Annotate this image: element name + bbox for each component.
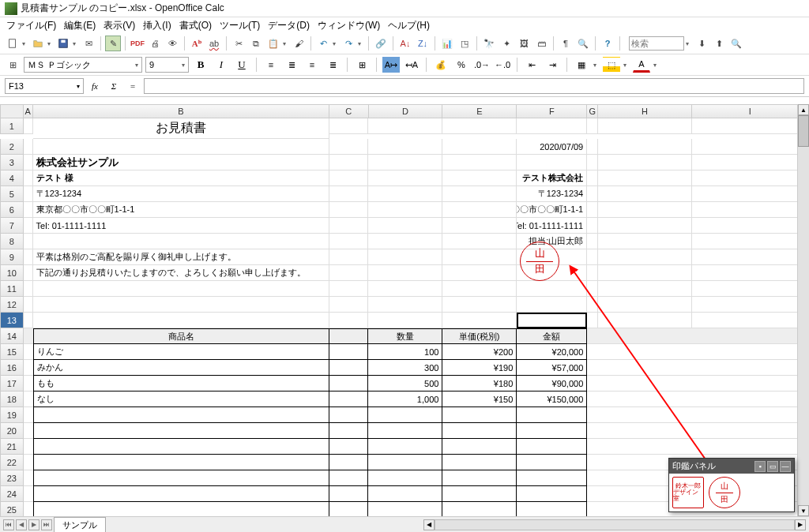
col-name-header[interactable]: 商品名: [33, 328, 329, 344]
font-size-combo[interactable]: 9▾: [145, 57, 189, 73]
remove-decimal-button[interactable]: ←.0: [494, 57, 511, 73]
stamp-panel-min-button[interactable]: ▭: [767, 461, 778, 472]
open-button[interactable]: [30, 36, 46, 51]
col-header-A[interactable]: A: [24, 104, 33, 118]
email-button[interactable]: ✉: [81, 36, 96, 51]
sum-button[interactable]: Σ: [106, 78, 122, 94]
spellcheck-button[interactable]: Aᵇ: [189, 36, 205, 51]
spreadsheet[interactable]: A B C D E F G H I 1 お見積書 2 2020/07/09: [0, 104, 809, 516]
formula-input[interactable]: [144, 78, 804, 94]
chart-button[interactable]: 📊: [439, 36, 455, 51]
undo-dropdown[interactable]: ▾: [333, 40, 339, 47]
hscroll-right[interactable]: ▶: [795, 519, 806, 530]
search-find-button[interactable]: 🔍: [728, 36, 744, 51]
percent-button[interactable]: %: [453, 57, 470, 73]
scroll-up-button[interactable]: ▲: [798, 104, 809, 115]
tab-nav-next[interactable]: ▶: [28, 519, 40, 530]
copy-button[interactable]: ⧉: [248, 36, 264, 51]
search-input[interactable]: [629, 36, 684, 51]
tab-nav-last[interactable]: ⏭: [41, 519, 52, 530]
borders-button[interactable]: ▦: [573, 57, 590, 73]
col-qty-header[interactable]: 数量: [368, 328, 442, 344]
cut-button[interactable]: ✂: [231, 36, 246, 51]
open-dropdown[interactable]: ▾: [47, 40, 54, 47]
col-header-I[interactable]: I: [692, 104, 809, 118]
greeting-2[interactable]: 下記の通りお見積りいたしますので、よろしくお願い申し上げます。: [33, 265, 329, 281]
row-header-selected[interactable]: 13: [0, 313, 24, 328]
vertical-scrollbar[interactable]: ▲ ▼: [797, 104, 809, 516]
pdf-button[interactable]: PDF: [130, 36, 145, 51]
italic-button[interactable]: I: [213, 57, 230, 73]
align-right-button[interactable]: ≡: [303, 57, 321, 73]
search-up-button[interactable]: ⬆: [711, 36, 727, 51]
new-button[interactable]: [5, 36, 21, 51]
cell-reference-box[interactable]: F13▾: [5, 78, 84, 94]
scroll-down-button[interactable]: ▼: [798, 505, 809, 516]
save-dropdown[interactable]: ▾: [73, 40, 79, 47]
active-cell[interactable]: [517, 313, 587, 328]
paste-button[interactable]: 📋: [265, 36, 281, 51]
menu-file[interactable]: ファイル(F): [6, 19, 56, 32]
tab-nav-first[interactable]: ⏮: [3, 519, 14, 530]
currency-button[interactable]: 💰: [432, 57, 450, 73]
col-header-G[interactable]: G: [587, 104, 598, 118]
add-decimal-button[interactable]: .0→: [473, 57, 491, 73]
help-button[interactable]: ?: [600, 36, 615, 51]
align-left-button[interactable]: ≡: [262, 57, 280, 73]
horizontal-scrollbar[interactable]: ◀ ▶: [423, 519, 806, 530]
styles-button[interactable]: ⊞: [5, 57, 21, 73]
sort-desc-button[interactable]: Z↓: [415, 36, 431, 51]
row-header[interactable]: 1: [0, 118, 24, 134]
print-button[interactable]: 🖨: [147, 36, 163, 51]
borders-dropdown[interactable]: ▾: [593, 62, 600, 69]
col-header-H[interactable]: H: [598, 104, 692, 118]
preview-button[interactable]: 👁: [164, 36, 180, 51]
tab-nav-prev[interactable]: ◀: [16, 519, 27, 530]
stamp-panel-close-button[interactable]: —: [780, 461, 791, 472]
scroll-thumb[interactable]: [798, 115, 809, 147]
datasource-button[interactable]: 🗃: [533, 36, 549, 51]
menu-help[interactable]: ヘルプ(H): [388, 19, 430, 32]
font-name-combo[interactable]: ＭＳ Ｐゴシック▾: [24, 57, 142, 73]
menu-window[interactable]: ウィンドウ(W): [318, 19, 380, 32]
menu-tools[interactable]: ツール(T): [220, 19, 260, 32]
search-dropdown[interactable]: ▾: [686, 40, 692, 47]
menu-insert[interactable]: 挿入(I): [143, 19, 171, 32]
format-paint-button[interactable]: 🖌: [291, 36, 307, 51]
decrease-indent-button[interactable]: ⇤: [523, 57, 540, 73]
bgcolor-dropdown[interactable]: ▾: [623, 62, 630, 69]
increase-indent-button[interactable]: ⇥: [544, 57, 561, 73]
nonprint-button[interactable]: ¶: [558, 36, 574, 51]
select-all-corner[interactable]: [0, 104, 24, 118]
autospell-button[interactable]: ab: [206, 36, 222, 51]
stamp-panel[interactable]: 印鑑パネル ▪ ▭ — 鈴木一郎 デザイン室 山 田: [668, 458, 795, 512]
redo-button[interactable]: ↷: [341, 36, 356, 51]
col-amount-header[interactable]: 金額: [517, 328, 587, 344]
sender-company[interactable]: テスト株式会社: [517, 170, 587, 186]
client-tel[interactable]: Tel: 01-1111-1111: [33, 218, 329, 234]
bgcolor-button[interactable]: ⬚: [603, 57, 620, 73]
menu-view[interactable]: 表示(V): [103, 19, 135, 32]
hyperlink-button[interactable]: 🔗: [373, 36, 389, 51]
greeting-1[interactable]: 平素は格別のご高配を賜り厚く御礼申し上げます。: [33, 249, 329, 265]
col-header-F[interactable]: F: [517, 104, 587, 118]
client-postal[interactable]: 〒123-1234: [33, 186, 329, 202]
menu-format[interactable]: 書式(O): [179, 19, 212, 32]
sender-postal[interactable]: 〒123-1234: [517, 186, 587, 202]
align-justify-button[interactable]: ≣: [324, 57, 341, 73]
stamp-square[interactable]: 鈴木一郎 デザイン室: [672, 477, 704, 508]
col-header-D[interactable]: D: [369, 104, 443, 118]
menu-edit[interactable]: 編集(E): [64, 19, 96, 32]
fontcolor-button[interactable]: A: [633, 57, 650, 73]
col-header-C[interactable]: C: [329, 104, 368, 118]
stamp-panel-titlebar[interactable]: 印鑑パネル ▪ ▭ —: [669, 459, 794, 474]
bold-button[interactable]: B: [192, 57, 209, 73]
redo-dropdown[interactable]: ▾: [358, 40, 364, 47]
row-header[interactable]: 2: [0, 139, 24, 155]
fontcolor-dropdown[interactable]: ▾: [653, 62, 660, 69]
col-unit-header[interactable]: 単価(税別): [442, 328, 517, 344]
new-dropdown[interactable]: ▾: [22, 40, 28, 47]
col-header-B[interactable]: B: [33, 104, 330, 118]
sender-address[interactable]: 東京都〇〇市〇〇町1-1-1: [517, 202, 587, 218]
doc-date[interactable]: 2020/07/09: [517, 139, 587, 155]
